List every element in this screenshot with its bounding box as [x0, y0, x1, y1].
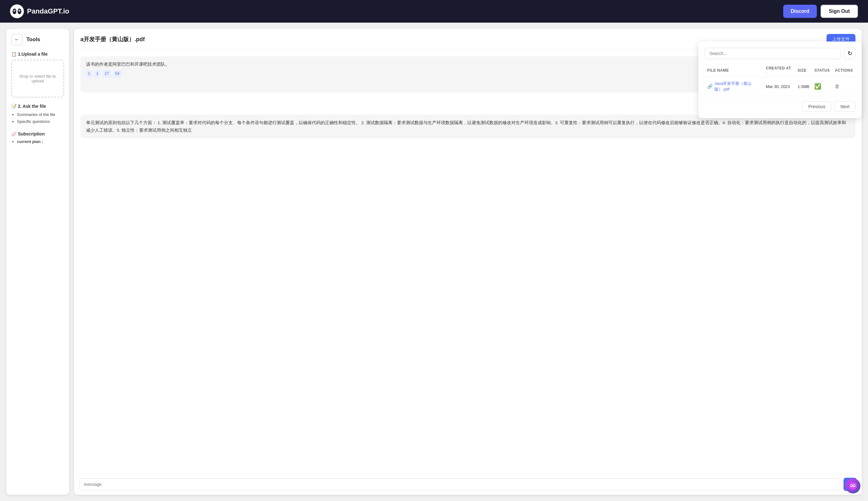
file-size-1: 1.5MB: [795, 77, 812, 96]
page-ref-4[interactable]: 54: [113, 70, 121, 77]
refresh-button[interactable]: ↻: [844, 48, 855, 59]
svg-point-9: [851, 485, 852, 486]
svg-point-4: [14, 10, 15, 11]
discord-button[interactable]: Discord: [783, 5, 817, 18]
bottom-avatar[interactable]: [845, 478, 860, 493]
upload-dropzone[interactable]: Drop or select file to upload: [11, 60, 64, 97]
subscription-bullet-1: current plan :: [17, 138, 64, 145]
navbar: PandaGPT.io Discord Sign Out: [0, 0, 868, 23]
delete-file-button-1[interactable]: 🗑: [835, 84, 840, 89]
col-created-at: CREATED AT ↓: [763, 64, 795, 77]
answer-message-1: 该书的作者是阿里巴巴和开课吧技术团队。 1 1 27 54 👍 👎: [80, 56, 778, 93]
chat-title: a开发手册（黄山版）.pdf: [80, 35, 145, 43]
back-arrow-icon: ←: [14, 37, 20, 42]
subscription-bullets: current plan :: [11, 138, 64, 145]
file-table: FILE NAME CREATED AT ↓ SIZE STATUS ACTIO…: [705, 64, 855, 96]
file-actions-1: 🗑: [832, 77, 855, 96]
chat-input[interactable]: [79, 478, 840, 490]
file-row-1: 🔗 Java开发手册（黄山版）.pdf Mar 30, 2023 1.5MB ✅…: [705, 77, 855, 96]
chat-input-area: [74, 474, 862, 495]
dropzone-text: Drop or select file to upload: [17, 74, 58, 83]
subscription-section: 📈 Subscription current plan :: [11, 131, 64, 145]
navbar-actions: Discord Sign Out: [783, 5, 858, 18]
file-status-1: ✅: [812, 77, 832, 96]
answer-message-2: 单元测试的原则包括以下几个方面： 1. 测试覆盖率：要求对代码的每个分支、每个条…: [80, 115, 855, 138]
answer-text-1: 该书的作者是阿里巴巴和开课吧技术团队。: [86, 61, 772, 67]
file-table-body: 🔗 Java开发手册（黄山版）.pdf Mar 30, 2023 1.5MB ✅…: [705, 77, 855, 96]
back-button[interactable]: ←: [11, 34, 23, 45]
upload-section-label: 📋 1.Upload a file: [11, 52, 64, 56]
file-manager-search-row: ↻: [705, 48, 855, 59]
tools-title: Tools: [26, 36, 40, 43]
svg-point-6: [849, 482, 857, 490]
file-name-text-1[interactable]: Java开发手册（黄山版）.pdf: [714, 81, 761, 92]
file-link-icon: 🔗: [707, 84, 713, 89]
file-manager: ↻ FILE NAME CREATED AT ↓ SIZE: [699, 42, 862, 118]
ask-section-label: 📝 2. Ask the file: [11, 104, 64, 109]
sort-arrow-icon: ↓: [766, 71, 768, 74]
col-file-name: FILE NAME: [705, 64, 763, 77]
answer-text-2: 单元测试的原则包括以下几个方面： 1. 测试覆盖率：要求对代码的每个分支、每个条…: [86, 120, 846, 132]
file-name-cell-1: 🔗 Java开发手册（黄山版）.pdf: [705, 77, 763, 96]
page-refs-1: 1 1 27 54: [86, 70, 772, 77]
page-ref-3[interactable]: 27: [103, 70, 111, 77]
file-search-input[interactable]: [705, 48, 841, 59]
logo-icon: [10, 4, 24, 18]
status-check-icon: ✅: [814, 83, 821, 89]
ask-bullet-2: Specific questions: [17, 118, 64, 125]
feedback-icons-1: 👍 👎: [86, 80, 772, 88]
signout-button[interactable]: Sign Out: [821, 5, 858, 18]
tools-header: ← Tools: [11, 34, 64, 45]
tools-panel: ← Tools 📋 1.Upload a file Drop or select…: [6, 29, 69, 495]
col-actions: ACTIONS: [832, 64, 855, 77]
file-table-head: FILE NAME CREATED AT ↓ SIZE STATUS ACTIO…: [705, 64, 855, 77]
subscription-label: 📈 Subscription: [11, 131, 45, 136]
pagination-row: Previous Next: [705, 101, 855, 112]
ask-bullets-list: Summaries of the file Specific questions: [11, 111, 64, 125]
ask-bullet-1: Summaries of the file: [17, 111, 64, 118]
next-button[interactable]: Next: [834, 101, 855, 112]
file-created-1: Mar 30, 2023: [763, 77, 795, 96]
col-size: SIZE: [795, 64, 812, 77]
page-ref-1[interactable]: 1: [86, 70, 92, 77]
brand: PandaGPT.io: [10, 4, 69, 18]
col-status: STATUS: [812, 64, 832, 77]
refresh-icon: ↻: [848, 50, 852, 57]
main-content: ← Tools 📋 1.Upload a file Drop or select…: [0, 23, 868, 501]
svg-point-5: [20, 10, 20, 11]
svg-point-10: [854, 485, 855, 486]
page-ref-2[interactable]: 1: [95, 70, 100, 77]
previous-button[interactable]: Previous: [802, 101, 831, 112]
app-name: PandaGPT.io: [27, 7, 69, 15]
